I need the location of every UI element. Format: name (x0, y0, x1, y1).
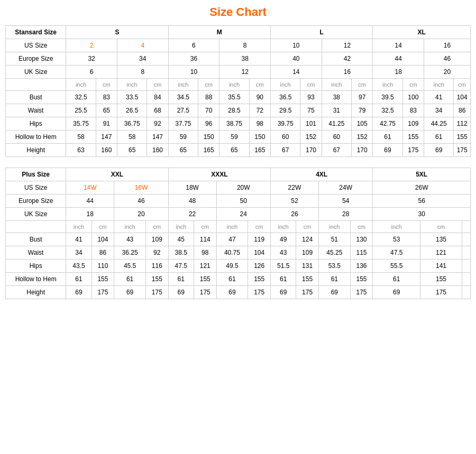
plus-mval-0: 61 (66, 273, 91, 286)
plus-uk-6: 30 (373, 208, 471, 221)
plus-mval-3: 92 (145, 246, 168, 260)
measurement-val-0: 63 (66, 144, 96, 157)
plus-unit-cm-1: cm (145, 221, 168, 233)
measurement-row: Bust32.58333.58434.58835.59036.593389739… (6, 91, 471, 104)
plus-mval-10: 69 (318, 286, 350, 299)
us-val-6: 14 (373, 39, 424, 52)
measurement-val-10: 31 (322, 104, 351, 117)
measurement-val-3: 147 (147, 131, 168, 144)
plus-mval-11: 115 (350, 246, 373, 260)
plus-uk-5: 28 (318, 208, 372, 221)
plus-mval-13: 141 (420, 260, 462, 273)
plus-us-5: 24W (318, 181, 372, 194)
plus-mval-11: 155 (350, 273, 373, 286)
unit-inch-1: inch (117, 79, 147, 91)
measurement-val-14: 61 (424, 131, 453, 144)
unit-cm-1: cm (147, 79, 168, 91)
measurement-val-9: 93 (300, 91, 322, 104)
measurement-val-7: 72 (249, 104, 270, 117)
measurement-val-11: 79 (352, 104, 373, 117)
plus-mval-1: 175 (91, 286, 114, 299)
plus-mval-3: 155 (145, 273, 168, 286)
plus-mval-13: 175 (420, 286, 462, 299)
plus-unit-cm-2: cm (194, 221, 216, 233)
unit-cm-2: cm (198, 79, 219, 91)
plus-eu-3: 50 (216, 194, 270, 208)
plus-measurement-label: Height (6, 286, 66, 299)
measurement-val-7: 98 (249, 117, 270, 131)
uk-val-5: 16 (322, 66, 373, 79)
measurement-val-10: 41.25 (322, 117, 351, 131)
measurement-val-3: 160 (147, 144, 168, 157)
unit-inch-0: inch (66, 79, 96, 91)
plus-mval-1: 110 (91, 260, 114, 273)
plus-mval-11: 175 (350, 286, 373, 299)
measurement-val-4: 59 (168, 131, 198, 144)
measurement-val-11: 97 (352, 91, 373, 104)
measurement-val-7: 165 (249, 144, 270, 157)
us-val-4: 10 (270, 39, 322, 52)
plus-uk-1: 20 (114, 208, 168, 221)
plus-mval-2: 43 (114, 233, 146, 246)
measurement-val-9: 75 (300, 104, 322, 117)
unit-cm-5: cm (352, 79, 373, 91)
plus-uk-label: UK Size (6, 208, 66, 221)
us-val-3: 8 (219, 39, 271, 52)
plus-empty (6, 221, 66, 233)
uk-size-row: UK Size 6 8 10 12 14 16 18 20 (6, 66, 471, 79)
standard-size-table: Stansard Size S M L XL US Size 2 4 6 8 1… (5, 25, 471, 157)
measurement-val-11: 170 (352, 144, 373, 157)
us-val-2: 6 (168, 39, 219, 52)
measurement-val-6: 38.75 (219, 117, 249, 131)
plus-mval-2: 61 (114, 273, 146, 286)
plus-mval-0: 43.5 (66, 260, 91, 273)
plus-mval-12: 55.5 (373, 260, 420, 273)
plus-unit-inch-4: inch (270, 221, 296, 233)
plus-mval-extra (462, 286, 471, 299)
plus-mval-10: 51 (318, 233, 350, 246)
plus-mval-extra (462, 273, 471, 286)
plus-unit-inch-5: inch (318, 221, 350, 233)
measurement-val-1: 83 (96, 91, 117, 104)
plus-us-2: 18W (168, 181, 216, 194)
plus-mval-4: 69 (168, 286, 194, 299)
plus-mval-2: 45.5 (114, 260, 146, 273)
plus-eu-size-row: Europe Size44464850525456 (6, 194, 471, 208)
measurement-row: Hips35.759136.759237.759638.759839.75101… (6, 117, 471, 131)
plus-measurement-row: Waist348636.259238.59840.751044310945.25… (6, 246, 471, 260)
plus-unit-inch-1: inch (114, 221, 146, 233)
plus-mval-4: 61 (168, 273, 194, 286)
measurement-val-2: 65 (117, 144, 147, 157)
unit-inch-6: inch (373, 79, 402, 91)
europe-size-row: Europe Size 32 34 36 38 40 42 44 46 (6, 52, 471, 66)
measurement-val-2: 26.5 (117, 104, 147, 117)
plus-measurement-row: Bust41104431094511447119491245113053135 (6, 233, 471, 246)
plus-unit-header-row: inchcminchcminchcminchcminchcminchcminch… (6, 221, 471, 233)
us-val-5: 12 (322, 39, 373, 52)
plus-mval-13: 121 (420, 246, 462, 260)
plus-measurement-label: Bust (6, 233, 66, 246)
measurement-val-2: 36.75 (117, 117, 147, 131)
plus-mval-8: 43 (270, 246, 296, 260)
plus-measurement-label: Hips (6, 260, 66, 273)
plus-mval-10: 45.25 (318, 246, 350, 260)
uk-size-label: UK Size (6, 66, 66, 79)
measurement-val-12: 39.5 (373, 91, 402, 104)
plus-uk-size-row: UK Size18202224262830 (6, 208, 471, 221)
plus-unit-cm-3: cm (248, 221, 271, 233)
plus-mval-3: 109 (145, 233, 168, 246)
measurement-val-15: 104 (454, 91, 471, 104)
measurement-val-6: 59 (219, 131, 249, 144)
plus-mval-9: 124 (296, 233, 319, 246)
plus-mval-9: 109 (296, 246, 319, 260)
plus-mval-6: 40.75 (216, 246, 248, 260)
empty-cell (6, 79, 66, 91)
unit-inch-3: inch (219, 79, 249, 91)
eu-val-2: 36 (168, 52, 219, 66)
plus-mval-8: 61 (270, 273, 296, 286)
plus-mval-10: 61 (318, 273, 350, 286)
measurement-val-7: 150 (249, 131, 270, 144)
unit-cm-0: cm (96, 79, 117, 91)
measurement-val-6: 28.5 (219, 104, 249, 117)
plus-mval-8: 69 (270, 286, 296, 299)
